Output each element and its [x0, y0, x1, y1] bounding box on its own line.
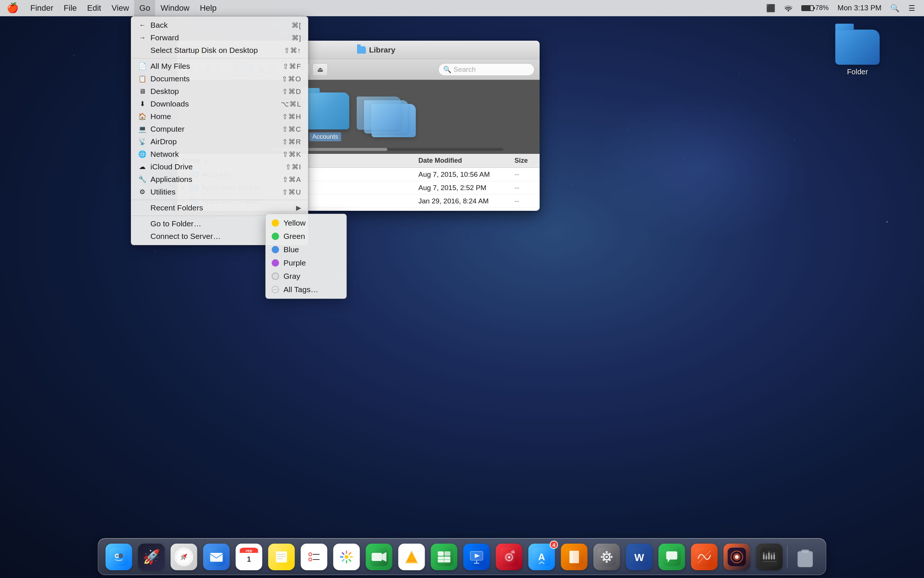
dock-word[interactable]: W: [625, 542, 654, 572]
go-forward-item[interactable]: → Forward ⌘]: [131, 31, 308, 44]
dock-launchpad[interactable]: 🚀: [137, 542, 166, 572]
desktop-folder[interactable]: Folder: [835, 29, 880, 76]
airplay-icon[interactable]: ⬛: [763, 4, 778, 13]
documents-icon: 📋: [138, 74, 147, 83]
go-computer-label: Computer: [150, 125, 184, 133]
svg-rect-48: [445, 551, 451, 556]
dock-notes[interactable]: [267, 542, 296, 572]
menubar-window[interactable]: Window: [155, 0, 194, 16]
eject-btn[interactable]: ⏏: [312, 63, 328, 76]
svg-point-93: [735, 555, 739, 559]
svg-rect-102: [771, 555, 772, 560]
go-downloads-label: Downloads: [150, 99, 189, 108]
go-desktop-item[interactable]: 🖥 Desktop ⇧⌘D: [131, 85, 308, 97]
menubar-edit[interactable]: Edit: [82, 0, 107, 16]
go-network-shortcut: ⇧⌘K: [282, 150, 301, 159]
svg-point-77: [606, 551, 608, 553]
cover-folder-accounts[interactable]: Accounts: [301, 93, 349, 141]
finder-title-folder-icon: [357, 46, 366, 54]
tag-purple[interactable]: Purple: [266, 256, 346, 270]
tag-all[interactable]: ⋯ All Tags…: [266, 283, 346, 296]
go-utilities-item[interactable]: ⚙ Utilities ⇧⌘U: [131, 186, 308, 198]
menubar-go[interactable]: Go: [134, 0, 155, 16]
go-network-item[interactable]: 🌐 Network ⇧⌘K: [131, 148, 308, 161]
svg-point-45: [409, 555, 414, 561]
svg-rect-98: [766, 556, 767, 560]
dock-calendar[interactable]: 1 FEB: [234, 542, 264, 572]
col-header-size[interactable]: Size: [510, 155, 540, 166]
go-to-folder-icon: [138, 219, 147, 228]
dock-soundboard[interactable]: [755, 542, 784, 572]
go-utilities-label: Utilities: [150, 187, 176, 196]
go-all-my-files-shortcut: ⇧⌘F: [283, 62, 301, 71]
icloud-icon: ☁: [138, 162, 147, 171]
dock-mail[interactable]: [202, 542, 231, 572]
dock-reminders[interactable]: [299, 542, 329, 572]
finder-search[interactable]: 🔍 Search: [439, 63, 534, 76]
dock-finder[interactable]: [104, 542, 134, 572]
go-home-item[interactable]: 🏠 Home ⇧⌘H: [131, 110, 308, 123]
desktop-icon: 🖥: [138, 87, 147, 96]
dock-safari[interactable]: [169, 542, 199, 572]
go-back-item[interactable]: ← Back ⌘[: [131, 19, 308, 31]
dock-appstore[interactable]: A 4: [527, 542, 557, 572]
go-recent-folders-item[interactable]: Recent Folders ▶: [131, 201, 308, 214]
go-startup-disk-label: Select Startup Disk on Desktop: [150, 46, 258, 55]
dock-grapher[interactable]: [690, 542, 719, 572]
menubar-view[interactable]: View: [107, 0, 134, 16]
menubar-help[interactable]: Help: [195, 0, 222, 16]
tag-blue[interactable]: Blue: [266, 243, 346, 256]
dock-trash[interactable]: [791, 542, 820, 572]
dock-garageband[interactable]: [722, 542, 752, 572]
tag-purple-dot: [272, 259, 279, 266]
go-home-shortcut: ⇧⌘H: [282, 112, 301, 121]
go-computer-shortcut: ⇧⌘C: [282, 125, 301, 133]
tag-yellow[interactable]: Yellow: [266, 216, 346, 230]
utilities-icon: ⚙: [138, 187, 147, 196]
go-applications-shortcut: ⇧⌘A: [282, 175, 301, 184]
word-dock-icon: W: [626, 544, 653, 570]
go-downloads-item[interactable]: ⬇ Downloads ⌥⌘L: [131, 97, 308, 110]
go-airdrop-item[interactable]: 📡 AirDrop ⇧⌘R: [131, 135, 308, 148]
desktop-folder-icon: [835, 29, 880, 65]
apple-menu[interactable]: 🍎: [0, 0, 25, 16]
menubar-finder[interactable]: Finder: [25, 0, 58, 16]
go-applications-item[interactable]: 🔧 Applications ⇧⌘A: [131, 173, 308, 186]
tag-green-dot: [272, 232, 279, 240]
svg-rect-47: [438, 551, 444, 556]
tag-green[interactable]: Green: [266, 230, 346, 243]
calendar-dock-icon: 1 FEB: [236, 544, 262, 570]
go-icloud-item[interactable]: ☁ iCloud Drive ⇧⌘I: [131, 161, 308, 173]
dock-numbers[interactable]: [429, 542, 459, 572]
go-computer-item[interactable]: 💻 Computer ⇧⌘C: [131, 123, 308, 135]
battery-icon[interactable]: 78%: [798, 4, 832, 12]
tag-gray-label: Gray: [283, 272, 301, 281]
dock-facetime[interactable]: [364, 542, 394, 572]
dock-ibooks[interactable]: [560, 542, 589, 572]
notification-center-icon[interactable]: ☰: [906, 4, 918, 13]
search-menubar-icon[interactable]: 🔍: [887, 4, 903, 13]
applications-icon: 🔧: [138, 175, 147, 184]
go-documents-item[interactable]: 📋 Documents ⇧⌘O: [131, 73, 308, 85]
go-startup-disk-item[interactable]: Select Startup Disk on Desktop ⇧⌘↑: [131, 44, 308, 57]
messages-dock-icon: [659, 544, 685, 570]
dock-messages[interactable]: [657, 542, 687, 572]
go-back-shortcut: ⌘[: [291, 21, 301, 29]
tags-submenu: Yellow Green Blue Purple Gray ⋯ All Tags…: [265, 214, 347, 299]
tag-gray[interactable]: Gray: [266, 270, 346, 283]
dock-photos[interactable]: [332, 542, 361, 572]
itunes-dock-icon: [496, 544, 523, 570]
dock-sketch[interactable]: [397, 542, 427, 572]
dock-keynote[interactable]: [462, 542, 492, 572]
datetime[interactable]: Mon 3:13 PM: [835, 4, 884, 12]
go-icloud-shortcut: ⇧⌘I: [285, 163, 301, 171]
dock-itunes[interactable]: [495, 542, 524, 572]
svg-point-38: [345, 555, 348, 559]
dock-system-prefs[interactable]: [592, 542, 622, 572]
wifi-icon[interactable]: [782, 5, 795, 11]
col-header-date[interactable]: Date Modified: [414, 155, 510, 166]
dock-separator: [787, 546, 788, 568]
menubar-file[interactable]: File: [58, 0, 82, 16]
airdrop-icon: 📡: [138, 137, 147, 146]
go-all-my-files-item[interactable]: 📄 All My Files ⇧⌘F: [131, 60, 308, 73]
